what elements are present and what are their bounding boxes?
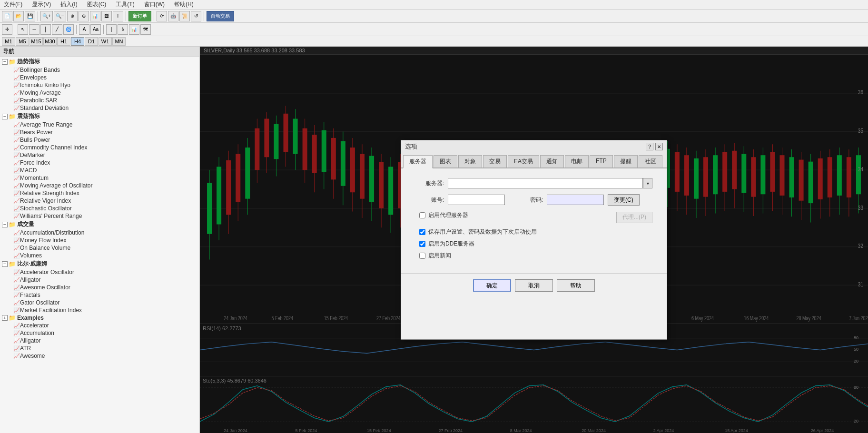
menu-file[interactable]: 文件(F) [2,0,24,9]
menu-tools[interactable]: 工具(T) [114,0,136,9]
navigator-btn[interactable]: 🗺 [140,24,151,35]
sidebar-item-wpr[interactable]: 📈 Williams' Percent Range [0,212,199,220]
server-dropdown-arrow[interactable]: ▾ [643,178,652,188]
sidebar-item-rvi[interactable]: 📈 Relative Vigor Index [0,197,199,205]
menu-window[interactable]: 窗口(W) [142,0,167,9]
sidebar-folder-examples[interactable]: + 📁 Examples [0,314,199,322]
dialog-tab-objects[interactable]: 对象 [458,155,482,167]
sidebar-item-alligator[interactable]: 📈 Alligator [0,276,199,284]
sidebar-item-obv[interactable]: 📈 On Balance Volume [0,244,199,252]
menu-chart[interactable]: 图表(C) [85,0,108,9]
proxy-settings-button[interactable]: 代理...(P) [616,212,652,223]
tf-h1[interactable]: H1 [57,37,70,46]
dialog-tab-alerts[interactable]: 提醒 [614,155,638,167]
fib-btn[interactable]: 🌀 [63,24,74,35]
sidebar-item-bears[interactable]: 📈 Bears Power [0,128,199,136]
sidebar-item-envelopes[interactable]: 📈 Envelopes [0,74,199,81]
dialog-tab-server[interactable]: 服务器 [403,155,433,168]
open-btn[interactable]: 📂 [13,11,24,21]
account-input[interactable] [448,195,505,205]
server-input[interactable] [448,178,643,188]
sidebar-item-momentum[interactable]: 📈 Momentum [0,174,199,182]
trendline-btn[interactable]: ╱ [52,24,62,35]
expand-oscillator-icon[interactable]: − [2,114,8,119]
sidebar-item-moving-avg[interactable]: 📈 Moving Average [0,89,199,97]
template-btn[interactable]: T [113,11,123,21]
label-btn[interactable]: Aa [90,24,101,35]
sidebar-item-bollinger[interactable]: 📈 Bollinger Bands [0,66,199,74]
zoom-in-btn[interactable]: 🔍+ [40,11,53,21]
sidebar-item-gator[interactable]: 📈 Gator Oscillator [0,299,199,306]
sidebar-folder-volume[interactable]: − 📁 成交量 [0,220,199,229]
cancel-button[interactable]: 取消 [515,279,553,292]
tf-m5[interactable]: M5 [16,37,29,46]
tf-mn[interactable]: MN [112,37,126,46]
dialog-help-btn[interactable]: ? [646,143,653,150]
sidebar-item-cci[interactable]: 📈 Commodity Channel Index [0,144,199,151]
sidebar-item-atr[interactable]: 📈 Average True Range [0,121,199,128]
sidebar-item-bulls[interactable]: 📈 Bulls Power [0,136,199,144]
crosshair-btn[interactable]: ✛ [2,24,12,35]
tf-w1[interactable]: W1 [99,37,112,46]
sidebar-item-osma[interactable]: 📈 Moving Average of Oscillator [0,182,199,189]
sidebar-item-mfi[interactable]: 📈 Money Flow Index [0,236,199,244]
refresh-btn[interactable]: ↺ [191,11,201,21]
dialog-close-btn[interactable]: ✕ [655,143,663,150]
dialog-tab-ftp[interactable]: FTP [590,155,613,167]
volume-btn[interactable]: 📊 [129,24,139,35]
vline-btn[interactable]: │ [40,24,51,35]
news-checkbox[interactable] [419,253,425,259]
zoom-out-btn[interactable]: 🔍− [54,11,66,21]
sidebar-folder-oscillator[interactable]: − 📁 震荡指标 [0,112,199,121]
sidebar-item-awesome[interactable]: 📈 Awesome Oscillator [0,284,199,291]
dialog-tab-chart[interactable]: 图表 [434,155,457,167]
dialog-tab-trade[interactable]: 交易 [483,155,507,167]
period-sep-btn[interactable]: | [106,24,117,35]
save-btn[interactable]: 💾 [25,11,35,21]
sidebar-item-accum-dist[interactable]: 📈 Accumulation/Distribution [0,229,199,236]
screenshot-btn[interactable]: 🖼 [101,11,112,21]
sidebar-item-macd[interactable]: 📈 MACD [0,167,199,174]
sidebar-item-ex-accelerator[interactable]: 📈 Accelerator [0,322,199,329]
menu-view[interactable]: 显示(V) [30,0,53,9]
expand-billwilliams-icon[interactable]: − [2,261,8,267]
sidebar-item-mfindex[interactable]: 📈 Market Facilitation Index [0,306,199,314]
sidebar-item-ex-alligator[interactable]: 📈 Alligator [0,337,199,344]
new-order-btn[interactable]: 新订单 [128,11,151,21]
sidebar-item-accelerator[interactable]: 📈 Accelerator Oscillator [0,268,199,276]
sidebar-item-fractals[interactable]: 📈 Fractals [0,291,199,299]
tf-h4[interactable]: H4 [71,37,84,46]
dde-checkbox[interactable] [419,241,425,247]
sidebar-item-force[interactable]: 📈 Force Index [0,159,199,167]
password-input[interactable] [547,195,604,205]
new-btn[interactable]: 📄 [2,11,12,21]
dialog-tab-community[interactable]: 社区 [639,155,662,167]
tf-d1[interactable]: D1 [85,37,98,46]
save-checkbox[interactable] [419,229,425,235]
change-button[interactable]: 变更(C) [608,194,640,206]
sidebar-item-ichimoku[interactable]: 📈 Ichimoku Kinko Hyo [0,81,199,89]
ok-button[interactable]: 确定 [473,279,511,292]
history-btn[interactable]: ⟳ [157,11,167,21]
sidebar-item-ex-accumulation[interactable]: 📈 Accumulation [0,329,199,337]
sidebar-item-demarker[interactable]: 📈 DeMarker [0,151,199,159]
dialog-tab-notify[interactable]: 通知 [540,155,564,167]
expand-volume-icon[interactable]: − [2,222,8,227]
script-btn[interactable]: 📜 [179,11,190,21]
tf-m1[interactable]: M1 [2,37,15,46]
sidebar-item-ex-atr[interactable]: 📈 ATR [0,344,199,352]
chart-zoom-out-btn[interactable]: ⊖ [79,11,89,21]
proxy-checkbox[interactable] [419,212,425,218]
cursor-btn[interactable]: ↖ [18,24,28,35]
auto-trade-btn[interactable]: 自动交易 [207,11,234,21]
menu-help[interactable]: 帮助(H) [172,0,196,9]
sidebar-item-stochastic[interactable]: 📈 Stochastic Oscillator [0,205,199,212]
sidebar-item-rsi[interactable]: 📈 Relative Strength Index [0,189,199,197]
sidebar-folder-trend[interactable]: − 📁 趋势指标 [0,57,199,66]
menu-insert[interactable]: 插入(I) [59,0,79,9]
expand-trend-icon[interactable]: − [2,59,8,65]
sidebar-item-stddev[interactable]: 📈 Standard Deviation [0,104,199,112]
hline-btn[interactable]: ─ [29,24,39,35]
dialog-tab-email[interactable]: 电邮 [565,155,589,167]
help-button[interactable]: 帮助 [557,279,595,292]
